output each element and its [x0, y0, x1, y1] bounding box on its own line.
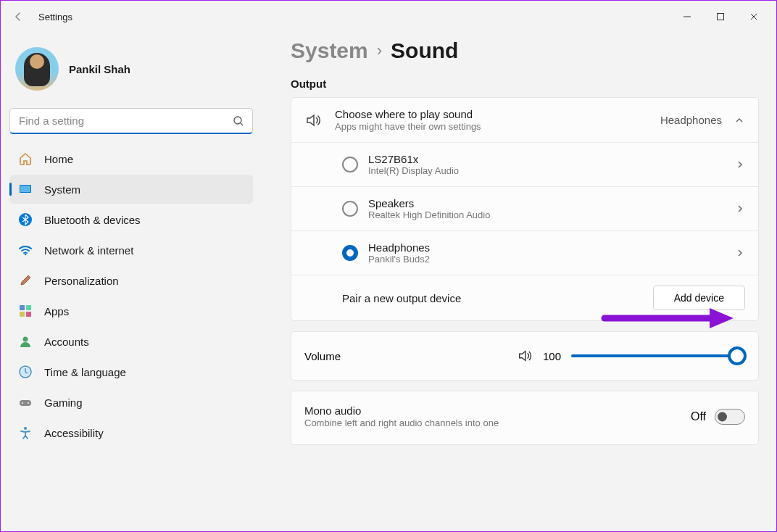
- device-name: Headphones: [368, 241, 725, 254]
- nav-label: Time & language: [44, 366, 126, 378]
- nav-label: Home: [44, 153, 73, 165]
- nav-network[interactable]: Network & internet: [9, 236, 253, 265]
- brush-icon: [18, 273, 33, 288]
- nav-label: Personalization: [44, 275, 119, 287]
- nav-label: Gaming: [44, 396, 83, 409]
- svg-rect-7: [26, 305, 31, 310]
- gamepad-icon: [18, 395, 33, 410]
- person-icon: [18, 334, 33, 349]
- speaker-icon: [304, 112, 335, 129]
- svg-rect-12: [20, 400, 31, 406]
- mono-toggle[interactable]: [715, 409, 745, 425]
- svg-rect-3: [20, 186, 30, 192]
- titlebar: Settings: [1, 1, 776, 33]
- search-wrap: [9, 108, 253, 134]
- accessibility-icon: [18, 425, 33, 440]
- selected-output-summary: Headphones: [660, 114, 722, 126]
- nav-gaming[interactable]: Gaming: [9, 388, 253, 417]
- radio-selected-icon[interactable]: [342, 245, 358, 261]
- nav-home[interactable]: Home: [9, 144, 253, 173]
- svg-point-15: [24, 427, 27, 430]
- main-content: System › Sound Output Choose where to pl…: [262, 33, 776, 531]
- nav-bluetooth[interactable]: Bluetooth & devices: [9, 205, 253, 234]
- chevron-right-icon[interactable]: [735, 248, 745, 258]
- sidebar: Pankil Shah Home System Bluetooth & devi…: [1, 33, 262, 531]
- output-card-group: Choose where to play sound Apps might ha…: [291, 97, 759, 321]
- arrow-left-icon: [12, 11, 24, 22]
- nav-label: System: [44, 183, 80, 196]
- nav-label: Accounts: [44, 336, 89, 348]
- svg-point-13: [22, 402, 23, 404]
- nav-label: Accessibility: [44, 427, 104, 439]
- volume-value: 100: [543, 350, 561, 362]
- avatar: [15, 47, 59, 91]
- nav-label: Apps: [44, 305, 69, 317]
- device-name: LS27B61x: [368, 153, 725, 165]
- wifi-icon: [18, 243, 33, 257]
- choose-output-row[interactable]: Choose where to play sound Apps might ha…: [291, 98, 758, 143]
- maximize-button[interactable]: [704, 5, 737, 28]
- output-device-option-selected[interactable]: Headphones Pankil's Buds2: [291, 231, 758, 275]
- nav-accessibility[interactable]: Accessibility: [9, 418, 253, 447]
- breadcrumb-parent[interactable]: System: [291, 38, 368, 63]
- svg-point-1: [234, 117, 241, 124]
- device-sub: Realtek High Definition Audio: [368, 209, 725, 220]
- app-title: Settings: [38, 12, 72, 22]
- svg-rect-9: [26, 312, 31, 317]
- svg-point-5: [25, 254, 27, 256]
- nav-label: Bluetooth & devices: [44, 214, 141, 226]
- choose-output-sub: Apps might have their own settings: [335, 121, 660, 132]
- close-icon: [749, 12, 758, 21]
- nav-system[interactable]: System: [9, 175, 253, 204]
- radio-icon[interactable]: [342, 157, 358, 173]
- clock-icon: [18, 365, 33, 379]
- svg-rect-8: [20, 312, 25, 317]
- system-icon: [18, 182, 33, 196]
- pair-device-label: Pair a new output device: [342, 292, 461, 304]
- add-device-button[interactable]: Add device: [653, 286, 745, 310]
- close-button[interactable]: [737, 5, 770, 28]
- pair-device-row: Pair a new output device Add device: [291, 275, 758, 320]
- nav-accounts[interactable]: Accounts: [9, 327, 253, 356]
- breadcrumb: System › Sound: [291, 38, 759, 63]
- nav-personalization[interactable]: Personalization: [9, 266, 253, 295]
- nav-apps[interactable]: Apps: [9, 296, 253, 325]
- mono-sub: Combine left and right audio channels in…: [304, 417, 499, 428]
- choose-output-title: Choose where to play sound: [335, 108, 660, 120]
- volume-slider[interactable]: [571, 354, 745, 357]
- mono-title: Mono audio: [304, 404, 499, 417]
- bluetooth-icon: [18, 212, 33, 227]
- chevron-up-icon: [734, 115, 745, 126]
- minimize-icon: [683, 12, 691, 21]
- nav-label: Network & internet: [44, 244, 133, 257]
- device-name: Speakers: [368, 197, 725, 209]
- profile-block[interactable]: Pankil Shah: [9, 33, 253, 105]
- device-sub: Pankil's Buds2: [368, 254, 725, 265]
- volume-label: Volume: [304, 350, 341, 362]
- search-input[interactable]: [9, 108, 253, 134]
- radio-icon[interactable]: [342, 201, 358, 217]
- nav-time[interactable]: Time & language: [9, 357, 253, 386]
- volume-card: Volume 100: [291, 331, 759, 381]
- back-button[interactable]: [7, 5, 30, 28]
- chevron-right-icon[interactable]: [735, 159, 745, 170]
- section-output-label: Output: [291, 78, 759, 90]
- search-icon: [233, 115, 244, 127]
- output-device-option[interactable]: Speakers Realtek High Definition Audio: [291, 187, 758, 231]
- apps-icon: [18, 304, 33, 318]
- svg-rect-0: [718, 14, 724, 20]
- mono-state-label: Off: [691, 410, 706, 423]
- chevron-right-icon: ›: [377, 41, 382, 60]
- volume-icon[interactable]: [517, 348, 533, 364]
- output-device-option[interactable]: LS27B61x Intel(R) Display Audio: [291, 143, 758, 187]
- profile-name: Pankil Shah: [69, 63, 130, 75]
- mono-audio-card: Mono audio Combine left and right audio …: [291, 391, 759, 445]
- window-controls: [670, 5, 770, 28]
- nav-list: Home System Bluetooth & devices Network …: [9, 144, 253, 447]
- maximize-icon: [716, 12, 725, 21]
- chevron-right-icon[interactable]: [735, 204, 745, 214]
- minimize-button[interactable]: [670, 5, 704, 28]
- device-sub: Intel(R) Display Audio: [368, 165, 725, 176]
- breadcrumb-current: Sound: [391, 38, 458, 63]
- svg-point-10: [23, 337, 28, 342]
